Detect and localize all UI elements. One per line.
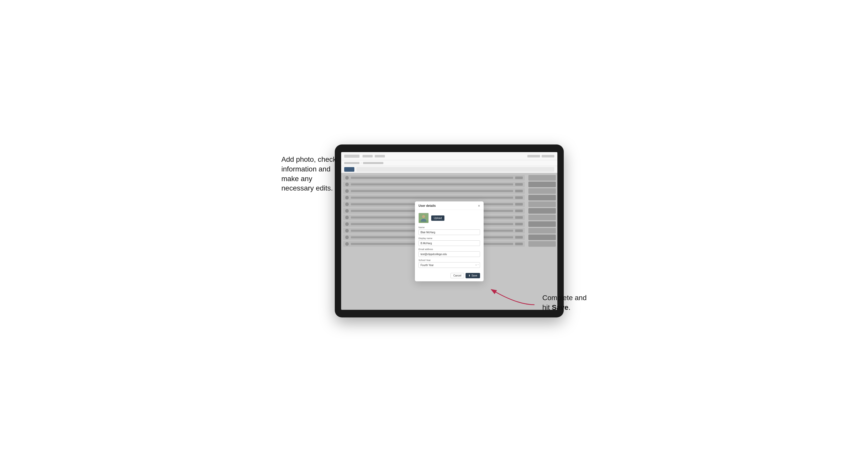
- toolbar-button[interactable]: [344, 167, 354, 172]
- annotation-line2: information and: [281, 165, 331, 173]
- tablet-frame: /: [335, 145, 564, 317]
- nav-item-announcements: [363, 155, 373, 157]
- name-field-group: Name: [418, 226, 480, 235]
- annotation-right-line2-bold: Save: [552, 304, 568, 311]
- annotation-line3: make any: [281, 175, 312, 183]
- cancel-button[interactable]: Cancel: [451, 273, 464, 278]
- photo-upload-row: Upload: [418, 213, 480, 223]
- save-icon: ⬆: [468, 274, 470, 277]
- scene: Add photo, check information and make an…: [281, 134, 587, 333]
- toolbar-row: [341, 166, 557, 173]
- nav-item-roster: [375, 155, 385, 157]
- annotation-line1: Add photo, check: [281, 155, 336, 163]
- header-right-item2: [541, 155, 554, 157]
- upload-button[interactable]: Upload: [431, 215, 444, 221]
- photo-image: [419, 213, 428, 223]
- display-name-field-group: Display name: [418, 237, 480, 246]
- app-logo: [344, 155, 360, 158]
- dialog-footer: Cancel ⬆ Save: [415, 271, 484, 281]
- breadcrumb-item2: [363, 162, 383, 164]
- name-input[interactable]: [418, 229, 480, 235]
- dialog-close-button[interactable]: ×: [478, 204, 480, 208]
- app-nav: [363, 155, 385, 157]
- annotation-right-line2-prefix: hit: [542, 304, 552, 311]
- annotation-right-line2-suffix: .: [568, 304, 570, 311]
- app-header-right: [527, 155, 554, 157]
- email-label: Email address: [418, 248, 480, 251]
- save-button[interactable]: ⬆ Save: [466, 273, 480, 278]
- save-button-label: Save: [471, 274, 477, 277]
- select-clear-icon[interactable]: ×: [475, 264, 477, 266]
- app-header: [341, 152, 557, 160]
- school-year-field-group: School Year × ⌃: [418, 259, 480, 268]
- breadcrumb-row: /: [341, 160, 557, 166]
- svg-point-2: [422, 215, 425, 218]
- main-content: User details ×: [341, 173, 557, 310]
- school-year-select-wrapper: × ⌃: [418, 262, 480, 268]
- annotation-right-line1: Complete and: [542, 294, 587, 302]
- svg-rect-3: [419, 220, 428, 223]
- annotation-line4: necessary edits.: [281, 184, 333, 192]
- tablet-screen: /: [341, 152, 557, 310]
- annotation-right: Complete and hit Save.: [542, 293, 587, 312]
- email-input[interactable]: [418, 251, 480, 257]
- school-year-input[interactable]: [418, 262, 480, 268]
- display-name-label: Display name: [418, 237, 480, 240]
- user-details-dialog: User details ×: [415, 201, 484, 281]
- photo-thumbnail: [418, 213, 429, 223]
- dialog-header: User details ×: [415, 201, 484, 210]
- dialog-title: User details: [418, 204, 436, 208]
- display-name-input[interactable]: [418, 240, 480, 246]
- toolbar-search: [356, 167, 554, 172]
- school-year-label: School Year: [418, 259, 480, 261]
- breadcrumb-separator: /: [361, 162, 362, 164]
- dialog-body: Upload Name Display name: [415, 210, 484, 271]
- header-right-item: [527, 155, 540, 157]
- modal-overlay: User details ×: [341, 173, 557, 310]
- breadcrumb-item1: [344, 162, 360, 164]
- annotation-left: Add photo, check information and make an…: [281, 155, 336, 193]
- email-field-group: Email address: [418, 248, 480, 257]
- name-label: Name: [418, 226, 480, 229]
